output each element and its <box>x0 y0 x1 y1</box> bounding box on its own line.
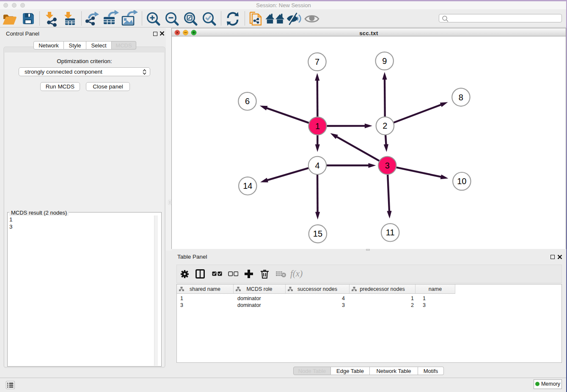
svg-text:14: 14 <box>243 181 252 190</box>
svg-text:10: 10 <box>457 177 466 186</box>
svg-text:8: 8 <box>459 93 463 102</box>
svg-text:3: 3 <box>385 161 390 170</box>
svg-text:11: 11 <box>386 228 395 237</box>
svg-text:7: 7 <box>315 57 319 66</box>
svg-text:4: 4 <box>315 161 319 170</box>
svg-text:1: 1 <box>315 121 320 131</box>
svg-text:15: 15 <box>313 229 322 238</box>
svg-text:6: 6 <box>245 97 250 106</box>
svg-text:9: 9 <box>382 56 387 66</box>
svg-text:2: 2 <box>383 121 387 130</box>
